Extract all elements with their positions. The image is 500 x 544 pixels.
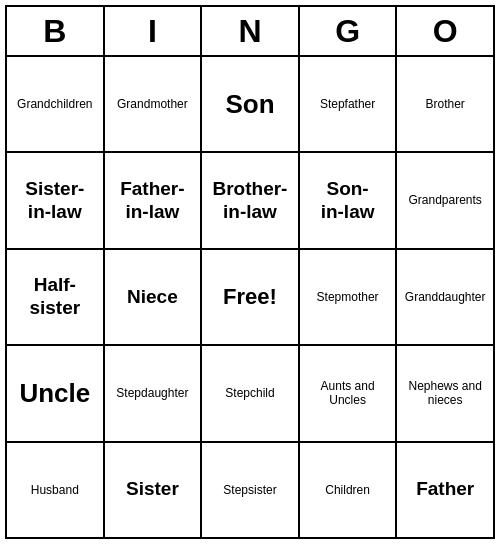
cell-4-4: Father — [397, 443, 493, 537]
cell-3-3: Aunts and Uncles — [300, 346, 398, 440]
header-letter-g: G — [300, 7, 398, 55]
cell-3-0: Uncle — [7, 346, 105, 440]
row-3: UncleStepdaughterStepchildAunts and Uncl… — [7, 344, 493, 440]
cell-1-3: Son-in-law — [300, 153, 398, 247]
cell-1-4: Grandparents — [397, 153, 493, 247]
cell-3-2: Stepchild — [202, 346, 300, 440]
cell-3-1: Stepdaughter — [105, 346, 203, 440]
cell-0-2: Son — [202, 57, 300, 151]
bingo-card: BINGO GrandchildrenGrandmotherSonStepfat… — [5, 5, 495, 539]
cell-2-1: Niece — [105, 250, 203, 344]
header-letter-n: N — [202, 7, 300, 55]
cell-4-0: Husband — [7, 443, 105, 537]
cell-4-3: Children — [300, 443, 398, 537]
cell-2-4: Granddaughter — [397, 250, 493, 344]
row-0: GrandchildrenGrandmotherSonStepfatherBro… — [7, 57, 493, 151]
cell-0-0: Grandchildren — [7, 57, 105, 151]
cell-2-3: Stepmother — [300, 250, 398, 344]
row-2: Half-sisterNieceFree!StepmotherGranddaug… — [7, 248, 493, 344]
header-letter-o: O — [397, 7, 493, 55]
cell-2-2: Free! — [202, 250, 300, 344]
cell-2-0: Half-sister — [7, 250, 105, 344]
cell-0-3: Stepfather — [300, 57, 398, 151]
cell-0-4: Brother — [397, 57, 493, 151]
cell-4-1: Sister — [105, 443, 203, 537]
cell-1-2: Brother-in-law — [202, 153, 300, 247]
cell-1-0: Sister-in-law — [7, 153, 105, 247]
header-letter-b: B — [7, 7, 105, 55]
header-letter-i: I — [105, 7, 203, 55]
cell-4-2: Stepsister — [202, 443, 300, 537]
bingo-grid: GrandchildrenGrandmotherSonStepfatherBro… — [7, 57, 493, 537]
cell-3-4: Nephews and nieces — [397, 346, 493, 440]
cell-0-1: Grandmother — [105, 57, 203, 151]
cell-1-1: Father-in-law — [105, 153, 203, 247]
row-1: Sister-in-lawFather-in-lawBrother-in-law… — [7, 151, 493, 247]
bingo-header: BINGO — [7, 7, 493, 57]
row-4: HusbandSisterStepsisterChildrenFather — [7, 441, 493, 537]
